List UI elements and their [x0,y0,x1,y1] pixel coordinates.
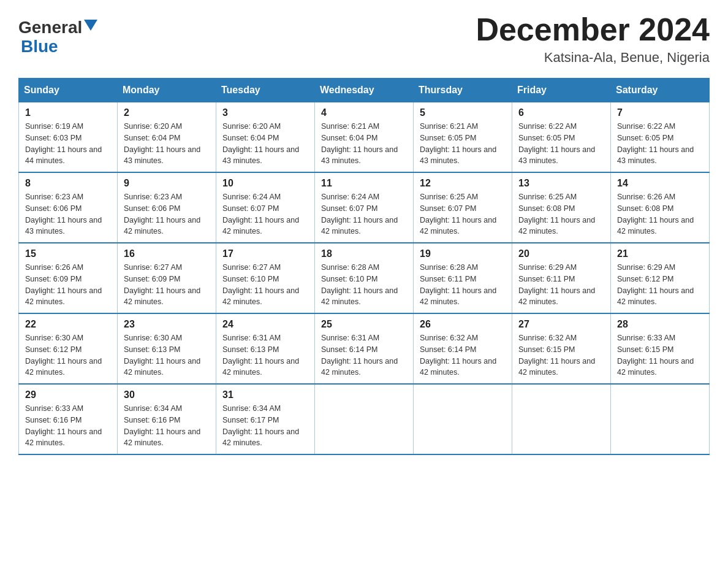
day-info: Sunrise: 6:29 AMSunset: 6:11 PMDaylight:… [518,262,604,308]
calendar-cell: 20Sunrise: 6:29 AMSunset: 6:11 PMDayligh… [512,243,611,313]
day-number: 22 [25,319,111,330]
calendar-cell: 30Sunrise: 6:34 AMSunset: 6:16 PMDayligh… [118,384,216,454]
calendar-cell: 29Sunrise: 6:33 AMSunset: 6:16 PMDayligh… [19,384,118,454]
day-info: Sunrise: 6:34 AMSunset: 6:17 PMDaylight:… [222,403,308,449]
day-info: Sunrise: 6:23 AMSunset: 6:06 PMDaylight:… [124,191,210,237]
day-info: Sunrise: 6:24 AMSunset: 6:07 PMDaylight:… [321,191,407,237]
calendar-cell: 22Sunrise: 6:30 AMSunset: 6:12 PMDayligh… [19,313,118,384]
day-info: Sunrise: 6:31 AMSunset: 6:14 PMDaylight:… [321,332,407,378]
day-info: Sunrise: 6:26 AMSunset: 6:08 PMDaylight:… [617,191,703,237]
day-info: Sunrise: 6:25 AMSunset: 6:07 PMDaylight:… [420,191,506,237]
calendar-cell: 13Sunrise: 6:25 AMSunset: 6:08 PMDayligh… [512,172,611,243]
calendar-week-row: 8Sunrise: 6:23 AMSunset: 6:06 PMDaylight… [19,172,710,243]
day-info: Sunrise: 6:22 AMSunset: 6:05 PMDaylight:… [518,121,604,167]
calendar-cell [315,384,414,454]
calendar-cell: 2Sunrise: 6:20 AMSunset: 6:04 PMDaylight… [118,102,216,173]
calendar-table: SundayMondayTuesdayWednesdayThursdayFrid… [18,78,710,455]
day-number: 9 [124,178,210,189]
calendar-cell: 9Sunrise: 6:23 AMSunset: 6:06 PMDaylight… [118,172,216,243]
calendar-week-row: 29Sunrise: 6:33 AMSunset: 6:16 PMDayligh… [19,384,710,454]
svg-marker-0 [84,20,97,31]
calendar-cell: 23Sunrise: 6:30 AMSunset: 6:13 PMDayligh… [118,313,216,384]
day-number: 3 [222,107,308,118]
calendar-cell: 8Sunrise: 6:23 AMSunset: 6:06 PMDaylight… [19,172,118,243]
calendar-week-row: 1Sunrise: 6:19 AMSunset: 6:03 PMDaylight… [19,102,710,173]
logo-blue-text: Blue [21,37,97,56]
day-number: 12 [420,178,506,189]
day-info: Sunrise: 6:32 AMSunset: 6:15 PMDaylight:… [518,332,604,378]
day-number: 23 [124,319,210,330]
title-block: December 2024 Katsina-Ala, Benue, Nigeri… [476,12,710,66]
day-info: Sunrise: 6:24 AMSunset: 6:07 PMDaylight:… [222,191,308,237]
logo-general-text: General [18,18,82,37]
calendar-cell: 7Sunrise: 6:22 AMSunset: 6:05 PMDaylight… [611,102,710,173]
day-number: 20 [518,248,604,259]
calendar-cell: 31Sunrise: 6:34 AMSunset: 6:17 PMDayligh… [216,384,315,454]
day-number: 28 [617,319,703,330]
calendar-cell: 6Sunrise: 6:22 AMSunset: 6:05 PMDaylight… [512,102,611,173]
day-number: 17 [222,248,308,259]
day-info: Sunrise: 6:33 AMSunset: 6:15 PMDaylight:… [617,332,703,378]
weekday-header-monday: Monday [118,79,216,102]
calendar-cell: 11Sunrise: 6:24 AMSunset: 6:07 PMDayligh… [315,172,414,243]
calendar-cell: 24Sunrise: 6:31 AMSunset: 6:13 PMDayligh… [216,313,315,384]
calendar-cell: 28Sunrise: 6:33 AMSunset: 6:15 PMDayligh… [611,313,710,384]
day-info: Sunrise: 6:32 AMSunset: 6:14 PMDaylight:… [420,332,506,378]
calendar-cell: 25Sunrise: 6:31 AMSunset: 6:14 PMDayligh… [315,313,414,384]
calendar-cell: 12Sunrise: 6:25 AMSunset: 6:07 PMDayligh… [414,172,512,243]
day-number: 30 [124,389,210,400]
day-info: Sunrise: 6:27 AMSunset: 6:10 PMDaylight:… [222,262,308,308]
calendar-cell [512,384,611,454]
day-number: 5 [420,107,506,118]
day-number: 29 [25,389,111,400]
day-number: 16 [124,248,210,259]
day-number: 21 [617,248,703,259]
day-number: 27 [518,319,604,330]
day-number: 26 [420,319,506,330]
weekday-header-tuesday: Tuesday [216,79,315,102]
logo: General Blue [18,18,97,56]
day-number: 11 [321,178,407,189]
calendar-week-row: 15Sunrise: 6:26 AMSunset: 6:09 PMDayligh… [19,243,710,313]
day-number: 8 [25,178,111,189]
weekday-header-row: SundayMondayTuesdayWednesdayThursdayFrid… [19,79,710,102]
day-info: Sunrise: 6:26 AMSunset: 6:09 PMDaylight:… [25,262,111,308]
weekday-header-friday: Friday [512,79,611,102]
calendar-cell: 4Sunrise: 6:21 AMSunset: 6:04 PMDaylight… [315,102,414,173]
weekday-header-sunday: Sunday [19,79,118,102]
weekday-header-saturday: Saturday [611,79,710,102]
calendar-cell [611,384,710,454]
day-info: Sunrise: 6:20 AMSunset: 6:04 PMDaylight:… [124,121,210,167]
calendar-cell: 27Sunrise: 6:32 AMSunset: 6:15 PMDayligh… [512,313,611,384]
calendar-cell: 18Sunrise: 6:28 AMSunset: 6:10 PMDayligh… [315,243,414,313]
day-info: Sunrise: 6:21 AMSunset: 6:04 PMDaylight:… [321,121,407,167]
day-number: 1 [25,107,111,118]
day-number: 10 [222,178,308,189]
calendar-cell: 3Sunrise: 6:20 AMSunset: 6:04 PMDaylight… [216,102,315,173]
calendar-cell: 5Sunrise: 6:21 AMSunset: 6:05 PMDaylight… [414,102,512,173]
logo-triangle-icon [84,20,97,33]
day-number: 13 [518,178,604,189]
day-info: Sunrise: 6:30 AMSunset: 6:13 PMDaylight:… [124,332,210,378]
day-number: 15 [25,248,111,259]
calendar-cell: 16Sunrise: 6:27 AMSunset: 6:09 PMDayligh… [118,243,216,313]
calendar-cell: 1Sunrise: 6:19 AMSunset: 6:03 PMDaylight… [19,102,118,173]
day-info: Sunrise: 6:23 AMSunset: 6:06 PMDaylight:… [25,191,111,237]
day-number: 24 [222,319,308,330]
day-info: Sunrise: 6:30 AMSunset: 6:12 PMDaylight:… [25,332,111,378]
weekday-header-wednesday: Wednesday [315,79,414,102]
calendar-cell [414,384,512,454]
calendar-cell: 14Sunrise: 6:26 AMSunset: 6:08 PMDayligh… [611,172,710,243]
day-number: 25 [321,319,407,330]
day-number: 18 [321,248,407,259]
location-text: Katsina-Ala, Benue, Nigeria [476,50,710,66]
day-number: 6 [518,107,604,118]
day-info: Sunrise: 6:33 AMSunset: 6:16 PMDaylight:… [25,403,111,449]
day-number: 4 [321,107,407,118]
day-number: 7 [617,107,703,118]
calendar-cell: 21Sunrise: 6:29 AMSunset: 6:12 PMDayligh… [611,243,710,313]
day-number: 14 [617,178,703,189]
day-number: 19 [420,248,506,259]
day-number: 31 [222,389,308,400]
page-header: General Blue December 2024 Katsina-Ala, … [18,12,710,66]
